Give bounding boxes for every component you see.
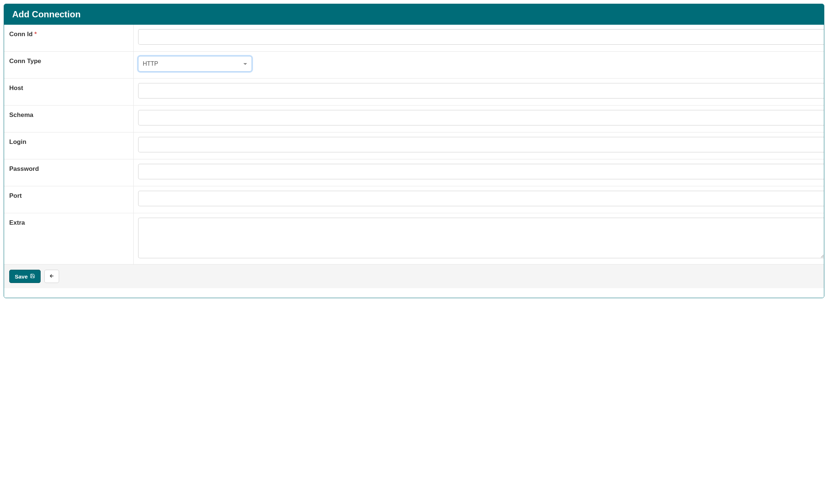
row-conn-type: Conn Type HTTP: [4, 52, 824, 79]
row-host: Host: [4, 79, 824, 106]
back-button[interactable]: [44, 270, 59, 283]
row-password: Password: [4, 159, 824, 186]
label-port: Port: [4, 186, 133, 213]
panel-title: Add Connection: [4, 4, 824, 25]
panel-bottom-gap: [4, 288, 824, 298]
row-extra: Extra: [4, 213, 824, 265]
row-conn-id: Conn Id *: [4, 25, 824, 52]
password-input[interactable]: [138, 164, 824, 179]
save-button[interactable]: Save: [9, 270, 41, 283]
conn-type-select[interactable]: HTTP: [138, 56, 252, 72]
label-password: Password: [4, 159, 133, 186]
label-extra: Extra: [4, 213, 133, 265]
port-input[interactable]: [138, 191, 824, 206]
label-host: Host: [4, 79, 133, 106]
login-input[interactable]: [138, 137, 824, 152]
conn-id-input[interactable]: [138, 29, 824, 45]
schema-input[interactable]: [138, 110, 824, 125]
required-mark: *: [34, 31, 37, 38]
save-icon: [30, 273, 35, 280]
save-button-label: Save: [15, 273, 28, 280]
label-schema: Schema: [4, 106, 133, 132]
row-schema: Schema: [4, 106, 824, 132]
label-conn-id-text: Conn Id: [9, 31, 32, 38]
extra-input[interactable]: [138, 218, 824, 258]
conn-type-selected: HTTP: [143, 61, 158, 67]
form-table: Conn Id * Conn Type HTTP Host: [4, 25, 824, 264]
label-conn-type: Conn Type: [4, 52, 133, 79]
arrow-left-icon: [49, 273, 54, 280]
add-connection-panel: Add Connection Conn Id * Conn Type HTTP: [4, 4, 824, 298]
row-port: Port: [4, 186, 824, 213]
label-conn-id: Conn Id *: [4, 25, 133, 52]
chevron-down-icon: [243, 63, 247, 65]
panel-footer: Save: [4, 264, 824, 288]
host-input[interactable]: [138, 83, 824, 99]
row-login: Login: [4, 132, 824, 159]
label-login: Login: [4, 132, 133, 159]
